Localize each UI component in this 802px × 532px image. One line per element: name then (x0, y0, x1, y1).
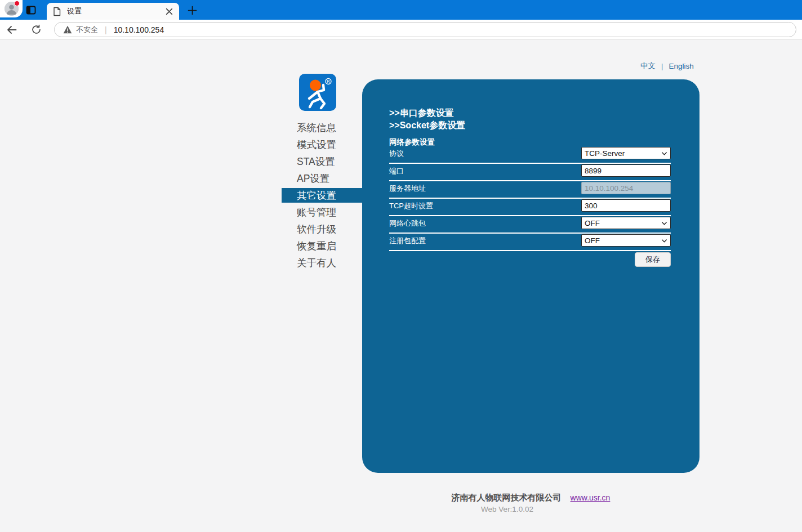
settings-panel: >>串口参数设置 >>Socket参数设置 网络参数设置 协议 TCP-Serv… (362, 79, 699, 473)
workspaces-icon (25, 4, 37, 16)
language-switch: 中文 | English (640, 61, 694, 71)
chevron-down-icon (661, 150, 668, 157)
protocol-select[interactable]: TCP-Server (581, 147, 671, 159)
page-content: 中文 | English R 系统信息 模式设置 STA设置 (0, 39, 802, 532)
plus-icon (188, 6, 197, 15)
port-input[interactable] (581, 164, 671, 177)
back-arrow-icon (6, 24, 17, 35)
refresh-icon (31, 24, 42, 35)
back-button[interactable] (6, 24, 17, 35)
close-icon (166, 8, 173, 15)
heartbeat-label: 网络心跳包 (389, 218, 426, 229)
usr-logo: R (299, 74, 336, 111)
sidebar-item-firmware-upgrade[interactable]: 软件升级 (282, 221, 363, 238)
sidebar-item-ap-settings[interactable]: AP设置 (282, 170, 363, 187)
server-address-label: 服务器地址 (389, 184, 426, 194)
form-row-server-address: 服务器地址 (389, 182, 671, 199)
document-icon (52, 7, 61, 16)
register-packet-label: 注册包配置 (389, 236, 426, 246)
network-params-title: 网络参数设置 (389, 137, 435, 147)
server-address-input (581, 182, 671, 194)
chevron-down-icon (661, 220, 668, 227)
tab-title: 设置 (67, 6, 164, 16)
form-row-protocol: 协议 TCP-Server (389, 147, 671, 164)
sidebar-menu: 系统信息 模式设置 STA设置 AP设置 其它设置 账号管理 软件升级 恢复重启… (282, 119, 363, 271)
browser-tab[interactable]: 设置 (47, 3, 179, 20)
tab-strip: 设置 (0, 0, 802, 20)
serial-params-link[interactable]: >>串口参数设置 (389, 108, 454, 119)
sidebar-item-other-settings[interactable]: 其它设置 (282, 188, 363, 203)
heartbeat-select-value: OFF (585, 219, 600, 227)
address-divider: | (105, 25, 107, 34)
protocol-select-value: TCP-Server (585, 149, 625, 158)
web-version: Web Ver:1.0.02 (338, 505, 676, 513)
form-row-tcp-timeout: TCP超时设置 (389, 199, 671, 216)
form-row-port: 端口 (389, 164, 671, 181)
sidebar-item-about-usr[interactable]: 关于有人 (282, 254, 363, 271)
save-button[interactable]: 保存 (635, 252, 671, 267)
browser-window: 设置 (0, 0, 802, 532)
socket-params-link[interactable]: >>Socket参数设置 (389, 120, 465, 132)
sidebar-item-restore-restart[interactable]: 恢复重启 (282, 238, 363, 254)
address-bar[interactable]: 不安全 | 10.10.100.254 (54, 22, 796, 37)
language-divider: | (661, 62, 663, 70)
chevron-down-icon (661, 237, 668, 244)
notification-dot (14, 1, 20, 6)
sidebar-item-mode-settings[interactable]: 模式设置 (282, 136, 363, 153)
tcp-timeout-input[interactable] (581, 199, 671, 212)
register-packet-select[interactable]: OFF (581, 234, 671, 247)
protocol-label: 协议 (389, 149, 404, 159)
form-row-register-packet: 注册包配置 OFF (389, 234, 671, 251)
warning-icon (63, 25, 72, 34)
tcp-timeout-label: TCP超时设置 (389, 201, 433, 211)
port-label: 端口 (389, 166, 404, 176)
profile-button[interactable] (0, 0, 23, 17)
sidebar-item-system-info[interactable]: 系统信息 (282, 119, 363, 136)
svg-text:R: R (327, 79, 330, 84)
tab-actions-button[interactable] (25, 4, 37, 16)
usr-website-link[interactable]: www.usr.cn (571, 493, 611, 502)
form-row-heartbeat: 网络心跳包 OFF (389, 217, 671, 234)
refresh-button[interactable] (31, 24, 42, 35)
language-english-link[interactable]: English (669, 62, 694, 70)
register-packet-select-value: OFF (585, 236, 600, 245)
url-text: 10.10.100.254 (114, 25, 164, 34)
sidebar-item-account-management[interactable]: 账号管理 (282, 204, 363, 221)
new-tab-button[interactable] (186, 4, 198, 16)
heartbeat-select[interactable]: OFF (581, 217, 671, 229)
security-warning-text: 不安全 (76, 25, 98, 35)
sidebar-item-sta-settings[interactable]: STA设置 (282, 153, 363, 170)
page-footer: 济南有人物联网技术有限公司www.usr.cn Web Ver:1.0.02 (362, 493, 699, 513)
language-chinese-link[interactable]: 中文 (640, 61, 656, 71)
tab-close-button[interactable] (164, 6, 174, 16)
usr-figure-icon: R (299, 74, 336, 111)
security-badge[interactable]: 不安全 (63, 25, 98, 35)
company-name: 济南有人物联网技术有限公司 (452, 493, 562, 502)
